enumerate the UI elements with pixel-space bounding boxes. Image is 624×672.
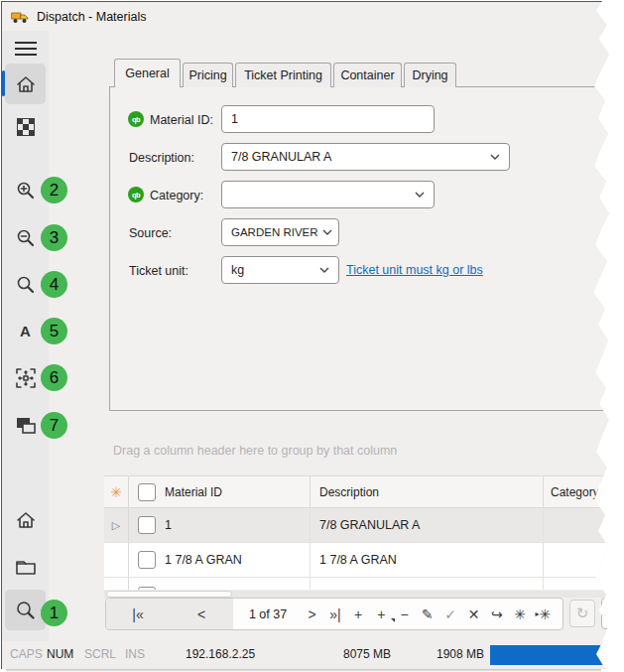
- caps-indicator: CAPS: [10, 641, 43, 667]
- row-checkbox[interactable]: [138, 551, 156, 569]
- column-label: Material ID: [165, 485, 222, 499]
- ticket-unit-value: kg: [231, 263, 244, 277]
- document-plus-icon: [606, 605, 620, 621]
- edit-record-button[interactable]: ✎: [416, 606, 438, 622]
- chevron-down-icon: [490, 154, 500, 160]
- ticket-unit-warning-link[interactable]: Ticket unit must kg or lbs: [346, 263, 483, 277]
- material-id-value: 1: [231, 112, 238, 126]
- active-accent-bar: [2, 70, 5, 96]
- last-record-button[interactable]: »|: [323, 606, 346, 622]
- step-badge-5: 5: [41, 318, 67, 344]
- step-badge-6: 6: [41, 364, 67, 391]
- sidebar-item-tiles[interactable]: [5, 106, 46, 147]
- step-badge-7: 7: [41, 412, 67, 439]
- description-label: Description:: [129, 151, 194, 165]
- tab-label: Ticket Printing: [244, 68, 322, 82]
- sidebar-item-zoom-in[interactable]: [5, 170, 46, 210]
- step-badge-2: 2: [41, 177, 67, 203]
- next-record-button[interactable]: >: [301, 606, 323, 622]
- cascade-windows-icon: [16, 417, 36, 434]
- select-all-checkbox[interactable]: [138, 483, 156, 501]
- materials-grid: ✳ Material ID Description Category ▷ 1 7…: [104, 475, 610, 590]
- sidebar-item-fit-screen[interactable]: [5, 357, 46, 398]
- letter-a-icon: A: [20, 323, 31, 339]
- home-icon: [15, 509, 37, 531]
- quickbooks-icon: qb: [128, 111, 144, 127]
- record-position: 1 of 37: [237, 607, 299, 621]
- memory-total: 8075 MB: [343, 641, 391, 667]
- sidebar-item-home-bottom[interactable]: [5, 499, 46, 540]
- table-row[interactable]: ▷ 1 7/8 GRANULAR A: [104, 508, 610, 543]
- category-combo[interactable]: [221, 181, 435, 208]
- quickbooks-icon: qb: [128, 187, 144, 202]
- progress-bar: [490, 645, 604, 665]
- sidebar-item-search-bottom[interactable]: [5, 590, 46, 630]
- app-window: Dispatch - Materials: [1, 1, 609, 669]
- zoom-in-icon: [16, 181, 36, 201]
- search-icon: [16, 275, 36, 295]
- ticket-unit-combo[interactable]: kg: [221, 256, 339, 284]
- status-bar: CAPS NUM SCRL INS 192.168.2.25 8075 MB 1…: [2, 641, 609, 669]
- delete-record-button[interactable]: −: [393, 606, 416, 622]
- ip-address: 192.168.2.25: [186, 641, 255, 667]
- tab-drying[interactable]: Drying: [404, 63, 456, 87]
- num-indicator: NUM: [47, 641, 73, 667]
- search-icon: [15, 600, 37, 621]
- append-dropdown-button[interactable]: +: [370, 606, 393, 622]
- step-badge-4: 4: [41, 271, 67, 298]
- export-button[interactable]: [601, 598, 624, 629]
- row-checkbox[interactable]: [138, 587, 156, 591]
- description-value: 7/8 GRANULAR A: [231, 150, 331, 164]
- grid-header-row: ✳ Material ID Description Category: [104, 475, 610, 508]
- group-by-hint: Drag a column header here to group by th…: [113, 444, 397, 458]
- navigator-buttons: > »| + + − ✎ ✓ ✕ ↪ ✳ ▸✳: [301, 606, 555, 622]
- grid-header-description[interactable]: Description: [311, 476, 544, 507]
- tab-ticket-printing[interactable]: Ticket Printing: [235, 63, 331, 87]
- ticket-unit-label: Ticket unit:: [129, 264, 188, 278]
- new-row-icon: ✳: [110, 484, 122, 500]
- description-combo[interactable]: 7/8 GRANULAR A: [221, 143, 510, 171]
- grid-corner-cell[interactable]: ✳: [104, 476, 129, 507]
- table-row[interactable]: 1 7/8 A GRAN 1 7/8 A GRAN: [104, 543, 610, 578]
- row-checkbox[interactable]: [138, 516, 156, 534]
- current-row-indicator-icon: ▷: [112, 519, 120, 532]
- chevron-down-icon: [415, 192, 425, 198]
- tab-general[interactable]: General: [114, 59, 181, 87]
- tab-container[interactable]: Container: [333, 63, 402, 87]
- tab-label: Drying: [412, 68, 447, 82]
- append-record-button[interactable]: +: [347, 606, 370, 622]
- cell-material-id: 1 7/8 A GRAN: [165, 589, 242, 591]
- memory-used: 1908 MB: [437, 641, 484, 667]
- first-record-button[interactable]: |«: [125, 606, 151, 622]
- material-id-input[interactable]: 1: [221, 105, 435, 133]
- truck-icon: [11, 10, 29, 24]
- sidebar-menu-button[interactable]: [5, 28, 46, 68]
- previous-record-button[interactable]: <: [188, 606, 214, 622]
- end-edit-button[interactable]: ✓: [439, 606, 462, 622]
- new-child-record-button[interactable]: ▸✳: [532, 606, 555, 622]
- sidebar-item-cascade[interactable]: [5, 405, 46, 446]
- folder-icon: [15, 558, 37, 576]
- new-record-button[interactable]: ✳: [508, 606, 531, 622]
- sidebar-item-search[interactable]: [5, 264, 46, 305]
- grid-header-material-id[interactable]: Material ID: [129, 476, 311, 507]
- cell-material-id: 1: [165, 518, 172, 532]
- sidebar-item-home[interactable]: [5, 64, 46, 104]
- scrollbar-thumb[interactable]: [106, 591, 232, 598]
- fit-screen-icon: [15, 367, 37, 389]
- grid-header-category[interactable]: Category: [544, 476, 610, 507]
- post-button[interactable]: ↪: [485, 606, 508, 622]
- chevron-down-icon: [322, 229, 332, 235]
- refresh-button[interactable]: ↻: [569, 600, 595, 627]
- sidebar-item-zoom-out[interactable]: [5, 217, 46, 258]
- tab-label: General: [125, 67, 169, 80]
- sidebar-item-font[interactable]: A: [5, 311, 46, 351]
- source-combo[interactable]: GARDEN RIVER: [221, 218, 339, 246]
- table-row-partial[interactable]: 1 7/8 A GRAN 1 7/8 A GRAN: [104, 578, 610, 590]
- zoom-out-icon: [16, 228, 36, 248]
- grid-horizontal-scrollbar[interactable]: [104, 591, 610, 598]
- cancel-edit-button[interactable]: ✕: [462, 606, 485, 622]
- tab-pricing[interactable]: Pricing: [183, 63, 233, 87]
- scrl-indicator: SCRL: [84, 641, 116, 667]
- sidebar-item-folder[interactable]: [5, 546, 46, 587]
